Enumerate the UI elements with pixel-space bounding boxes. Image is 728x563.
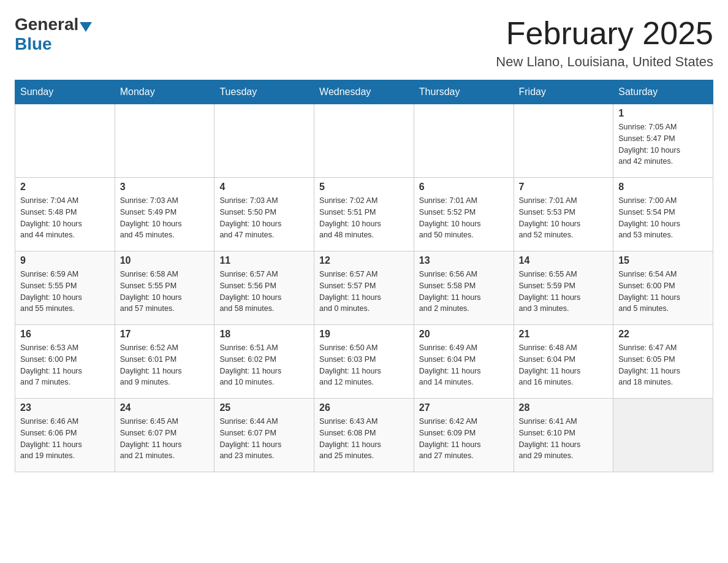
calendar-cell [115, 104, 214, 178]
calendar-cell [414, 104, 514, 178]
day-number: 15 [618, 255, 708, 266]
day-number: 7 [519, 182, 609, 193]
day-number: 5 [319, 182, 409, 193]
day-info: Sunrise: 6:57 AMSunset: 5:56 PMDaylight:… [219, 269, 309, 315]
day-info: Sunrise: 6:48 AMSunset: 6:04 PMDaylight:… [519, 342, 609, 388]
day-info: Sunrise: 6:41 AMSunset: 6:10 PMDaylight:… [519, 416, 609, 462]
calendar-cell: 1Sunrise: 7:05 AMSunset: 5:47 PMDaylight… [613, 104, 713, 178]
logo-blue-text: Blue [15, 34, 52, 54]
calendar-cell: 9Sunrise: 6:59 AMSunset: 5:55 PMDaylight… [15, 251, 115, 325]
title-section: February 2025 New Llano, Louisiana, Unit… [496, 15, 713, 70]
calendar-header-row: SundayMondayTuesdayWednesdayThursdayFrid… [15, 80, 713, 104]
day-number: 25 [219, 402, 309, 413]
day-number: 9 [20, 255, 110, 266]
day-header-friday: Friday [514, 80, 613, 104]
day-number: 12 [319, 255, 409, 266]
calendar-cell [314, 104, 414, 178]
week-row-3: 9Sunrise: 6:59 AMSunset: 5:55 PMDaylight… [15, 251, 713, 325]
day-info: Sunrise: 6:51 AMSunset: 6:02 PMDaylight:… [219, 342, 309, 388]
logo-blue: Blue [15, 34, 52, 53]
calendar-cell: 24Sunrise: 6:45 AMSunset: 6:07 PMDayligh… [115, 399, 214, 472]
day-info: Sunrise: 6:46 AMSunset: 6:06 PMDaylight:… [20, 416, 110, 462]
day-header-tuesday: Tuesday [214, 80, 314, 104]
calendar-cell: 25Sunrise: 6:44 AMSunset: 6:07 PMDayligh… [214, 399, 314, 472]
calendar-cell: 6Sunrise: 7:01 AMSunset: 5:52 PMDaylight… [414, 178, 514, 251]
calendar-cell: 16Sunrise: 6:53 AMSunset: 6:00 PMDayligh… [15, 325, 115, 399]
calendar-cell: 22Sunrise: 6:47 AMSunset: 6:05 PMDayligh… [613, 325, 713, 399]
day-number: 23 [20, 402, 110, 413]
calendar-cell: 18Sunrise: 6:51 AMSunset: 6:02 PMDayligh… [214, 325, 314, 399]
logo-text: General [15, 15, 93, 34]
subtitle: New Llano, Louisiana, United States [496, 54, 713, 70]
day-number: 3 [120, 182, 210, 193]
calendar-cell: 3Sunrise: 7:03 AMSunset: 5:49 PMDaylight… [115, 178, 214, 251]
day-info: Sunrise: 6:42 AMSunset: 6:09 PMDaylight:… [419, 416, 509, 462]
calendar-cell [214, 104, 314, 178]
calendar-cell [15, 104, 115, 178]
day-header-sunday: Sunday [15, 80, 115, 104]
day-info: Sunrise: 6:54 AMSunset: 6:00 PMDaylight:… [618, 269, 708, 315]
calendar-cell: 5Sunrise: 7:02 AMSunset: 5:51 PMDaylight… [314, 178, 414, 251]
day-number: 27 [419, 402, 509, 413]
day-number: 13 [419, 255, 509, 266]
day-number: 24 [120, 402, 210, 413]
week-row-5: 23Sunrise: 6:46 AMSunset: 6:06 PMDayligh… [15, 399, 713, 472]
day-number: 19 [319, 329, 409, 340]
day-number: 16 [20, 329, 110, 340]
calendar-cell: 11Sunrise: 6:57 AMSunset: 5:56 PMDayligh… [214, 251, 314, 325]
calendar-cell: 21Sunrise: 6:48 AMSunset: 6:04 PMDayligh… [514, 325, 613, 399]
day-info: Sunrise: 6:45 AMSunset: 6:07 PMDaylight:… [120, 416, 210, 462]
day-info: Sunrise: 6:57 AMSunset: 5:57 PMDaylight:… [319, 269, 409, 315]
calendar-cell: 27Sunrise: 6:42 AMSunset: 6:09 PMDayligh… [414, 399, 514, 472]
calendar-cell [613, 399, 713, 472]
day-number: 2 [20, 182, 110, 193]
week-row-2: 2Sunrise: 7:04 AMSunset: 5:48 PMDaylight… [15, 178, 713, 251]
day-info: Sunrise: 6:47 AMSunset: 6:05 PMDaylight:… [618, 342, 708, 388]
day-info: Sunrise: 6:59 AMSunset: 5:55 PMDaylight:… [20, 269, 110, 315]
day-info: Sunrise: 6:53 AMSunset: 6:00 PMDaylight:… [20, 342, 110, 388]
day-number: 18 [219, 329, 309, 340]
day-info: Sunrise: 7:02 AMSunset: 5:51 PMDaylight:… [319, 195, 409, 241]
day-number: 6 [419, 182, 509, 193]
day-header-monday: Monday [115, 80, 214, 104]
day-number: 26 [319, 402, 409, 413]
day-info: Sunrise: 6:55 AMSunset: 5:59 PMDaylight:… [519, 269, 609, 315]
day-info: Sunrise: 7:05 AMSunset: 5:47 PMDaylight:… [618, 121, 708, 167]
calendar-cell: 23Sunrise: 6:46 AMSunset: 6:06 PMDayligh… [15, 399, 115, 472]
calendar-cell: 4Sunrise: 7:03 AMSunset: 5:50 PMDaylight… [214, 178, 314, 251]
day-info: Sunrise: 6:58 AMSunset: 5:55 PMDaylight:… [120, 269, 210, 315]
calendar-cell: 15Sunrise: 6:54 AMSunset: 6:00 PMDayligh… [613, 251, 713, 325]
calendar-cell [514, 104, 613, 178]
calendar-cell: 14Sunrise: 6:55 AMSunset: 5:59 PMDayligh… [514, 251, 613, 325]
day-number: 20 [419, 329, 509, 340]
day-number: 21 [519, 329, 609, 340]
day-number: 17 [120, 329, 210, 340]
day-info: Sunrise: 6:44 AMSunset: 6:07 PMDaylight:… [219, 416, 309, 462]
day-info: Sunrise: 7:04 AMSunset: 5:48 PMDaylight:… [20, 195, 110, 241]
calendar-cell: 12Sunrise: 6:57 AMSunset: 5:57 PMDayligh… [314, 251, 414, 325]
day-number: 1 [618, 108, 708, 119]
day-info: Sunrise: 7:01 AMSunset: 5:53 PMDaylight:… [519, 195, 609, 241]
calendar-cell: 8Sunrise: 7:00 AMSunset: 5:54 PMDaylight… [613, 178, 713, 251]
logo: General Blue [15, 15, 93, 54]
calendar-cell: 26Sunrise: 6:43 AMSunset: 6:08 PMDayligh… [314, 399, 414, 472]
day-info: Sunrise: 6:49 AMSunset: 6:04 PMDaylight:… [419, 342, 509, 388]
page-title: February 2025 [496, 15, 713, 52]
day-number: 10 [120, 255, 210, 266]
calendar-cell: 10Sunrise: 6:58 AMSunset: 5:55 PMDayligh… [115, 251, 214, 325]
day-number: 8 [618, 182, 708, 193]
day-header-saturday: Saturday [613, 80, 713, 104]
day-number: 4 [219, 182, 309, 193]
page-header: General Blue February 2025 New Llano, Lo… [15, 15, 713, 70]
day-number: 22 [618, 329, 708, 340]
day-info: Sunrise: 7:01 AMSunset: 5:52 PMDaylight:… [419, 195, 509, 241]
day-info: Sunrise: 6:52 AMSunset: 6:01 PMDaylight:… [120, 342, 210, 388]
day-number: 11 [219, 255, 309, 266]
calendar-cell: 28Sunrise: 6:41 AMSunset: 6:10 PMDayligh… [514, 399, 613, 472]
day-info: Sunrise: 6:56 AMSunset: 5:58 PMDaylight:… [419, 269, 509, 315]
day-info: Sunrise: 6:50 AMSunset: 6:03 PMDaylight:… [319, 342, 409, 388]
calendar-table: SundayMondayTuesdayWednesdayThursdayFrid… [15, 80, 713, 472]
day-number: 14 [519, 255, 609, 266]
day-info: Sunrise: 7:03 AMSunset: 5:49 PMDaylight:… [120, 195, 210, 241]
calendar-cell: 19Sunrise: 6:50 AMSunset: 6:03 PMDayligh… [314, 325, 414, 399]
